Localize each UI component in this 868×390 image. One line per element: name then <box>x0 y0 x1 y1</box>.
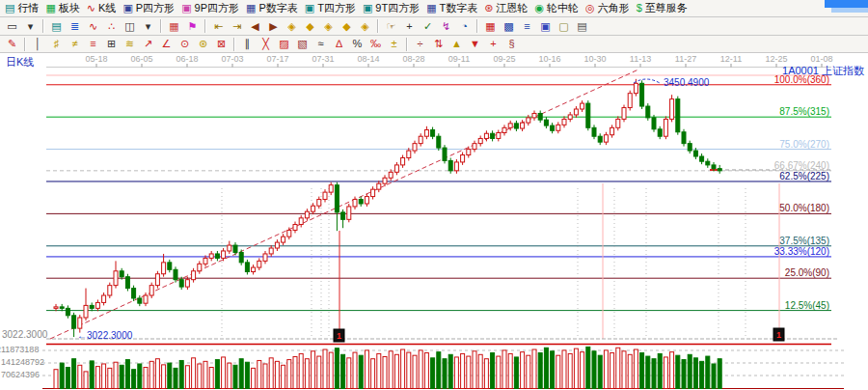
menu-t-table-label: T数字表 <box>440 1 478 15</box>
menu-kline[interactable]: ∿K线 <box>87 1 117 15</box>
lightning-tool[interactable]: ↯ <box>437 18 455 34</box>
clock-tool[interactable]: ◔ <box>455 18 474 34</box>
menu-p-table[interactable]: ▦P数字表 <box>246 1 298 15</box>
crosshair-tool[interactable]: + <box>400 18 419 34</box>
percent-tool[interactable]: % <box>348 37 366 52</box>
menu-premium-service-label: 至尊服务 <box>645 1 688 15</box>
wheel-tool[interactable]: ⊛ <box>194 37 212 52</box>
next-bar-button[interactable]: ▶ <box>264 18 283 34</box>
zoom-diamond-2[interactable]: ◆ <box>301 18 319 34</box>
menu-quotes-label: 行情 <box>17 1 39 15</box>
menu-hexagon-icon: ◎ <box>585 3 595 14</box>
shade2-tool[interactable]: ▧ <box>293 37 312 52</box>
menu-9p-square[interactable]: ▣9P四方形 <box>181 1 239 15</box>
check-tool[interactable]: ✓ <box>419 18 437 34</box>
hand-tool[interactable]: ☞ <box>382 18 400 34</box>
toolbar-separator <box>377 19 379 33</box>
save-tool[interactable]: ▣ <box>536 18 555 34</box>
menu-gann-wheel-label: 江恩轮 <box>497 1 529 15</box>
menu-9t-square-icon: ▣ <box>363 3 372 14</box>
waves-tool[interactable]: ≋ <box>121 37 139 52</box>
boxx-tool[interactable]: ⊠ <box>212 37 231 52</box>
divide-tool[interactable]: ÷ <box>411 37 429 52</box>
approx-tool[interactable]: ≈ <box>312 37 330 52</box>
calendar-tool[interactable]: ▦ <box>481 18 500 34</box>
camera-tool[interactable]: ▢ <box>555 18 573 34</box>
plusminus-tool[interactable]: ± <box>385 37 403 52</box>
grid-tool[interactable]: ▦ <box>165 18 183 34</box>
section-tool[interactable]: § <box>502 37 521 52</box>
toolbar-separator <box>204 19 206 33</box>
window-corner-accent-light <box>831 8 868 13</box>
calculator-tool[interactable]: ▩ <box>500 18 518 34</box>
gann-angle-tool[interactable]: ∠ <box>157 37 176 52</box>
tri-up-tool[interactable]: ▲ <box>448 37 466 52</box>
zoom-diamond-5[interactable]: ◈ <box>356 18 374 34</box>
menu-wheel-in-wheel[interactable]: ◉轮中轮 <box>535 1 580 15</box>
menu-p-table-icon: ▦ <box>246 3 256 14</box>
menu-t-table-icon: ▦ <box>426 3 436 14</box>
list-tool[interactable]: ≡ <box>518 18 536 34</box>
plus-tool[interactable]: + <box>484 37 502 52</box>
marker-number: 1 <box>776 330 781 340</box>
select-rect-tool[interactable]: ▭ <box>3 18 21 34</box>
toolbar-separator <box>476 19 478 33</box>
menu-hexagon[interactable]: ◎六角形 <box>585 1 630 15</box>
candle-style-tool[interactable]: ◫ <box>121 18 139 34</box>
trend-up-tool[interactable]: ↗ <box>139 37 157 52</box>
menu-t-table[interactable]: ▦T数字表 <box>426 1 477 15</box>
window-corner-accent <box>825 0 868 8</box>
menu-t-square[interactable]: ▣T四方形 <box>305 1 356 15</box>
menu-p-table-label: P数字表 <box>258 1 297 15</box>
dropdown-caret-icon[interactable]: ▾ <box>21 18 40 34</box>
menu-kline-label: K线 <box>98 1 116 15</box>
zoom-diamond-3[interactable]: ◈ <box>319 18 338 34</box>
menu-t-square-icon: ▣ <box>305 3 314 14</box>
menu-9t-square[interactable]: ▣9T四方形 <box>363 1 420 15</box>
circle-tool[interactable]: ⊙ <box>176 37 194 52</box>
boxgrid-tool[interactable]: ⊞ <box>102 37 121 52</box>
menu-gann-wheel[interactable]: ⊛江恩轮 <box>484 1 528 15</box>
marker-number: 1 <box>337 331 341 341</box>
menu-quotes[interactable]: ▤行情 <box>5 1 39 15</box>
menu-9p-square-icon: ▣ <box>181 3 191 14</box>
updown-tool[interactable]: ⇅ <box>429 37 448 52</box>
crosslines-tool[interactable]: ╳ <box>257 37 275 52</box>
menu-9t-square-label: 9T四方形 <box>375 1 420 15</box>
first-bar-button[interactable]: ⇤ <box>209 18 228 34</box>
toolbar-separator <box>42 19 44 33</box>
chart-canvas[interactable]: 11 <box>0 53 868 390</box>
menu-premium-service[interactable]: $至尊服务 <box>637 1 688 15</box>
toolbar-row-3: ✎│♯≠≡⊞≋↗∠⊙⊛⊠∥╳▨▧≈∆%‰±÷⇅▲▼+§ <box>0 36 868 53</box>
dropdown-caret-icon[interactable]: ▾ <box>139 18 157 34</box>
menu-sectors-label: 板块 <box>59 1 80 15</box>
hatch-tool[interactable]: ♯ <box>47 37 66 52</box>
triangle-tool[interactable]: ∆ <box>330 37 348 52</box>
pen-tool[interactable]: ✎ <box>3 37 21 52</box>
flag-tool[interactable]: ⚑ <box>183 18 202 34</box>
vline-tool[interactable]: │ <box>29 37 47 52</box>
hlines-tool[interactable]: ≡ <box>84 37 102 52</box>
menu-p-square-icon: ▣ <box>122 3 132 14</box>
parallel-tool[interactable]: ∥ <box>238 37 257 52</box>
menu-gann-wheel-icon: ⊛ <box>484 3 493 14</box>
scatter-tool[interactable]: ∴ <box>102 18 121 34</box>
zoom-diamond-4[interactable]: ◆ <box>338 18 356 34</box>
menu-sectors[interactable]: ▦板块 <box>45 1 79 15</box>
notequal-tool[interactable]: ≠ <box>66 37 84 52</box>
shade1-tool[interactable]: ▨ <box>275 37 293 52</box>
menu-kline-icon: ∿ <box>87 3 95 14</box>
last-bar-button[interactable]: ⇥ <box>228 18 246 34</box>
wave-chart-tool[interactable]: ∿ <box>84 18 102 34</box>
window-tool[interactable]: ▤ <box>47 18 66 34</box>
menu-t-square-label: T四方形 <box>317 1 356 15</box>
printer-tool[interactable]: ▤ <box>573 18 591 34</box>
menu-p-square[interactable]: ▣P四方形 <box>122 1 175 15</box>
notes-tool[interactable]: ≣ <box>66 18 84 34</box>
zoom-diamond-1[interactable]: ◈ <box>283 18 301 34</box>
toolbar-separator <box>24 38 26 51</box>
peak-pointer-curve <box>634 79 660 83</box>
tri-down-tool[interactable]: ▼ <box>466 37 484 52</box>
permille-tool[interactable]: ‰ <box>366 37 385 52</box>
prev-bar-button[interactable]: ◀ <box>246 18 264 34</box>
